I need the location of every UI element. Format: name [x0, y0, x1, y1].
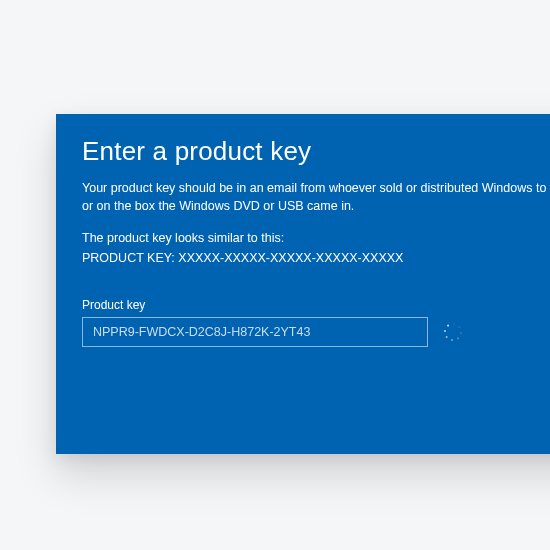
similar-example: PRODUCT KEY: XXXXX-XXXXX-XXXXX-XXXXX-XXX… [82, 249, 550, 267]
product-key-dialog: Enter a product key Your product key sho… [56, 114, 550, 454]
loading-spinner-icon [444, 323, 462, 341]
similar-label: The product key looks similar to this: [82, 229, 550, 247]
dialog-description: Your product key should be in an email f… [82, 179, 550, 215]
dialog-title: Enter a product key [82, 136, 550, 167]
field-label: Product key [82, 298, 550, 312]
input-row [82, 317, 550, 347]
product-key-input[interactable] [82, 317, 428, 347]
